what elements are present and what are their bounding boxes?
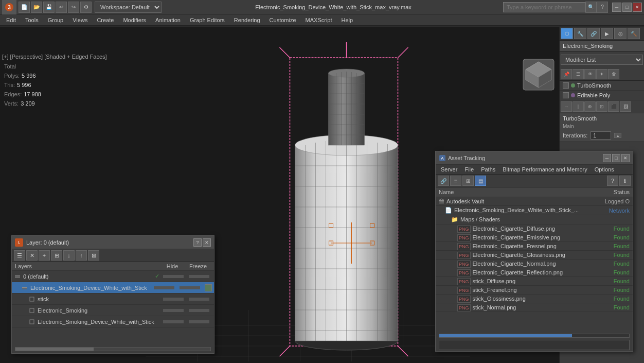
asset-table-row[interactable]: PNGElectronic_Cigarette_Reflection.pngFo… xyxy=(436,268,633,277)
layer-tool-layers[interactable]: ☰ xyxy=(14,250,25,261)
panel-icon-motion[interactable]: ▶ xyxy=(601,28,613,39)
open-btn[interactable]: 📂 xyxy=(31,2,42,13)
panel-icon-display[interactable]: ⬡ xyxy=(561,28,573,39)
menu-views[interactable]: Views xyxy=(68,16,92,24)
asset-table-row[interactable]: 📁Maps / Shaders xyxy=(436,215,633,224)
mod-icon-delete[interactable]: 🗑 xyxy=(608,69,619,79)
asset-table-row[interactable]: PNGElectronic_Cigarette_Fresnel.pngFound xyxy=(436,242,633,251)
layer-freeze-indicator xyxy=(189,298,209,301)
menu-maxscript[interactable]: MAXScript xyxy=(301,16,336,24)
mod-icon-1[interactable]: | xyxy=(573,101,584,112)
menu-help[interactable]: Help xyxy=(337,16,357,24)
layer-tool-delete[interactable]: ✕ xyxy=(26,250,38,261)
at-menu-options[interactable]: Options xyxy=(592,166,617,173)
asset-table-row[interactable]: PNGElectronic_Cigarette_Glossiness.pngFo… xyxy=(436,251,633,260)
menu-tools[interactable]: Tools xyxy=(21,16,43,24)
at-search-bar[interactable] xyxy=(439,340,630,350)
at-menu-file[interactable]: File xyxy=(461,166,477,173)
nav-cube[interactable] xyxy=(521,57,557,93)
mod-icon-3[interactable]: ⊡ xyxy=(596,101,607,112)
asset-table-row[interactable]: PNGstick_Glossiness.pngFound xyxy=(436,295,633,303)
asset-table-row[interactable]: PNGstick_Fresnel.pngFound xyxy=(436,286,633,295)
help-btn[interactable]: ? xyxy=(597,2,608,13)
panel-icon-display2[interactable]: ◎ xyxy=(614,28,627,39)
at-tool-help[interactable]: ? xyxy=(607,176,618,186)
layer-tool-add[interactable]: + xyxy=(39,250,50,261)
iterations-input[interactable] xyxy=(591,131,611,140)
layer-tool-dup[interactable]: ⊞ xyxy=(51,250,62,261)
mod-icon-4[interactable]: ⬛ xyxy=(608,101,619,112)
menu-animation[interactable]: Animation xyxy=(151,16,185,24)
mod-icon-2[interactable]: ⊕ xyxy=(584,101,596,112)
search-btn[interactable]: 🔍 xyxy=(585,2,597,13)
at-maximize-btn[interactable]: □ xyxy=(612,154,620,162)
close-btn[interactable]: ✕ xyxy=(633,3,642,12)
layer-tool-merge-up[interactable]: ↑ xyxy=(76,250,87,261)
layer-active-checkbox[interactable] xyxy=(205,284,212,291)
layer-item[interactable]: 0 (default)✓ xyxy=(12,271,214,282)
menu-group[interactable]: Group xyxy=(44,16,68,24)
at-tool-4[interactable]: ▤ xyxy=(475,176,486,186)
modifier-item-turbosmooth[interactable]: TurboSmooth xyxy=(560,81,644,91)
at-menu-bitmap[interactable]: Bitmap Performance and Memory xyxy=(499,166,590,173)
layer-toolbar: ☰ ✕ + ⊞ ↓ ↑ ⊠ xyxy=(12,249,214,262)
mod-icon-show-result[interactable]: 👁 xyxy=(584,69,596,79)
iterations-up[interactable]: ▲ xyxy=(614,133,621,138)
layer-scrollbar-thumb[interactable] xyxy=(15,348,94,351)
layer-question-btn[interactable]: ? xyxy=(193,238,202,247)
mod-icon-make-unique[interactable]: ✦ xyxy=(596,69,607,79)
menu-edit[interactable]: Edit xyxy=(2,16,20,24)
at-menu-server[interactable]: Server xyxy=(438,166,460,173)
layer-tool-merge-down[interactable]: ↓ xyxy=(63,250,75,261)
asset-table-row[interactable]: PNGstick_Diffuse.pngFound xyxy=(436,277,633,286)
asset-table-row[interactable]: PNGElectronic_Cigarette_Normal.pngFound xyxy=(436,260,633,268)
save-btn[interactable]: 💾 xyxy=(43,2,55,13)
at-close-btn[interactable]: ✕ xyxy=(621,154,630,162)
panel-icon-utilities[interactable]: 🔨 xyxy=(628,28,640,39)
at-tool-info[interactable]: ℹ xyxy=(619,176,631,186)
layer-item[interactable]: Electronic_Smoking_Device_White_with_Sti… xyxy=(12,282,214,293)
asset-table-row[interactable]: 📄Electronic_Smoking_Device_White_with_St… xyxy=(436,206,633,215)
minimize-btn[interactable]: ─ xyxy=(612,3,621,12)
modifier-list-dropdown[interactable]: Modifier List xyxy=(561,55,643,65)
modifier-checkbox-turbosmooth[interactable] xyxy=(563,82,569,89)
modifier-item-editable-poly[interactable]: Editable Poly xyxy=(560,91,644,100)
mod-icon-select[interactable]: → xyxy=(561,101,572,112)
asset-table-row[interactable]: PNGElectronic_Cigarette_Diffuse.pngFound xyxy=(436,224,633,233)
menu-graph-editors[interactable]: Graph Editors xyxy=(186,16,229,24)
at-tool-3[interactable]: ⊞ xyxy=(462,176,474,186)
settings-btn[interactable]: ⚙ xyxy=(80,2,92,13)
asset-table-row[interactable]: 🏛Autodesk VaultLogged O xyxy=(436,197,633,206)
layer-tool-split[interactable]: ⊠ xyxy=(88,250,99,261)
asset-table-container[interactable]: Name Status 🏛Autodesk VaultLogged O📄Elec… xyxy=(436,187,633,332)
layer-item[interactable]: Electronic_Smoking xyxy=(12,305,214,316)
menu-customize[interactable]: Customize xyxy=(265,16,300,24)
mod-icon-pin[interactable]: 📌 xyxy=(561,69,572,79)
mod-icon-stack[interactable]: ☰ xyxy=(573,69,584,79)
modifier-checkbox-editable-poly[interactable] xyxy=(563,92,569,98)
new-btn[interactable]: 📄 xyxy=(19,2,30,13)
workspace-dropdown[interactable]: Workspace: DefaultWorkspace: Default xyxy=(95,2,162,13)
asset-table-row[interactable]: PNGstick_Normal.pngFound xyxy=(436,303,633,312)
panel-icon-hierarchy[interactable]: 🔗 xyxy=(587,28,600,39)
layer-item[interactable]: stick xyxy=(12,293,214,305)
maximize-btn[interactable]: □ xyxy=(622,3,632,12)
mod-icon-5[interactable]: 🖼 xyxy=(620,101,631,112)
redo-btn[interactable]: ↪ xyxy=(68,2,79,13)
asset-table-row[interactable]: PNGElectronic_Cigarette_Emissive.pngFoun… xyxy=(436,233,633,242)
menu-modifiers[interactable]: Modifiers xyxy=(119,16,150,24)
at-menu-paths[interactable]: Paths xyxy=(478,166,498,173)
asset-table: Name Status 🏛Autodesk VaultLogged O📄Elec… xyxy=(436,187,633,312)
asset-row-name: 🏛Autodesk Vault xyxy=(436,197,592,206)
menu-create[interactable]: Create xyxy=(93,16,118,24)
at-tool-2[interactable]: ≡ xyxy=(450,176,461,186)
layer-close-btn[interactable]: ✕ xyxy=(203,238,211,247)
at-minimize-btn[interactable]: ─ xyxy=(603,154,611,162)
menu-rendering[interactable]: Rendering xyxy=(230,16,264,24)
panel-icon-modify[interactable]: 🔧 xyxy=(574,28,586,39)
layer-item[interactable]: Electronic_Smoking_Device_White_with_Sti… xyxy=(12,316,214,327)
layer-scrollbar[interactable] xyxy=(15,347,211,351)
at-tool-1[interactable]: 🔗 xyxy=(438,176,449,186)
search-input[interactable] xyxy=(503,2,585,12)
undo-btn[interactable]: ↩ xyxy=(56,2,67,13)
